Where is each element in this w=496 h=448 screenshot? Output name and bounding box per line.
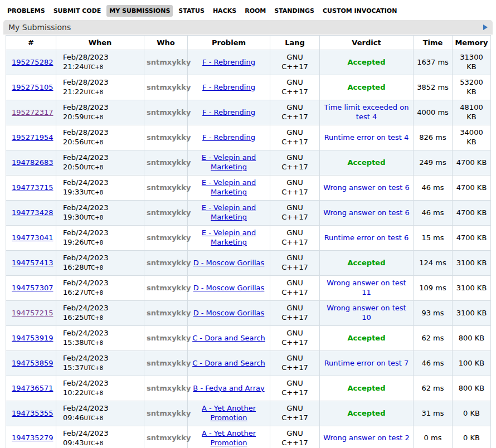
language-label: GNU C++17 — [280, 228, 310, 247]
submission-id-link[interactable]: 194782683 — [12, 158, 53, 167]
problem-link[interactable]: A - Yet Another Promotion — [202, 404, 256, 422]
submission-id-link[interactable]: 194773428 — [12, 208, 53, 217]
nav-item-standings[interactable]: STANDINGS — [271, 5, 317, 17]
problem-link[interactable]: A - Yet Another Promotion — [202, 429, 256, 447]
submission-id-link[interactable]: 195275105 — [12, 83, 53, 91]
submission-id-link[interactable]: 194757215 — [12, 309, 53, 317]
nav-item-hacks[interactable]: HACKS — [210, 5, 239, 17]
submission-date: Feb/24/2023 — [63, 404, 142, 413]
submission-id-link[interactable]: 194753919 — [12, 334, 53, 342]
memory-used: 4700 KB — [453, 176, 491, 201]
submission-id-link[interactable]: 194735279 — [12, 434, 53, 442]
submission-when: Feb/28/2023 20:56UTC+8 — [56, 125, 144, 150]
user-link[interactable]: sntmxykky — [147, 259, 191, 267]
submission-id-link[interactable]: 194753859 — [12, 359, 53, 367]
nav-item-my-submissions[interactable]: MY SUBMISSIONS — [106, 5, 173, 17]
submission-date: Feb/28/2023 — [63, 128, 142, 138]
problem-link[interactable]: C - Dora and Search — [192, 359, 265, 367]
problem-link[interactable]: D - Moscow Gorillas — [193, 284, 265, 292]
exec-time: 826 ms — [414, 125, 453, 150]
submission-timezone: UTC+8 — [84, 64, 103, 70]
submission-id-link[interactable]: 194757307 — [12, 284, 53, 292]
submission-id-link[interactable]: 195272317 — [12, 108, 53, 116]
user-link[interactable]: sntmxykky — [147, 409, 191, 417]
language-label: GNU C++17 — [280, 429, 310, 448]
column-header-id: # — [6, 36, 56, 50]
problem-link[interactable]: B - Fedya and Array — [193, 384, 264, 392]
verdict-label: Runtime error on test 6 — [324, 233, 409, 242]
verdict-label: Runtime error on test 4 — [324, 133, 409, 142]
user-link[interactable]: sntmxykky — [147, 83, 191, 91]
problem-link[interactable]: E - Velepin and Marketing — [202, 203, 256, 221]
user-link[interactable]: sntmxykky — [147, 284, 191, 292]
memory-used: 48100 KB — [453, 100, 491, 125]
submission-id-link[interactable]: 194773715 — [12, 183, 53, 192]
memory-used: 3100 KB — [453, 301, 491, 326]
submission-row: 195272317 Feb/28/2023 20:59UTC+8 sntmxyk… — [6, 100, 491, 125]
problem-link[interactable]: F - Rebrending — [202, 58, 255, 66]
problem-link[interactable]: E - Velepin and Marketing — [202, 228, 256, 246]
user-link[interactable]: sntmxykky — [147, 183, 191, 192]
verdict-label: Accepted — [348, 259, 386, 267]
user-link[interactable]: sntmxykky — [147, 233, 191, 242]
submission-date: Feb/24/2023 — [63, 203, 142, 213]
column-header-verdict: Verdict — [320, 36, 414, 50]
submission-when: Feb/24/2023 15:37UTC+8 — [56, 351, 144, 376]
submission-date: Feb/24/2023 — [63, 304, 142, 313]
table-header-row: #WhenWhoProblemLangVerdictTimeMemory — [6, 36, 491, 50]
exec-time: 124 ms — [414, 251, 453, 276]
submission-when: Feb/24/2023 20:50UTC+8 — [56, 150, 144, 176]
submission-date: Feb/24/2023 — [63, 178, 142, 188]
user-link[interactable]: sntmxykky — [147, 334, 191, 342]
exec-time: 3852 ms — [414, 75, 453, 100]
problem-link[interactable]: F - Rebrending — [202, 133, 255, 142]
user-link[interactable]: sntmxykky — [147, 359, 191, 367]
user-link[interactable]: sntmxykky — [147, 384, 191, 392]
user-link[interactable]: sntmxykky — [147, 208, 191, 217]
nav-item-custom-invocation[interactable]: CUSTOM INVOCATION — [320, 5, 400, 17]
verdict-label: Accepted — [348, 58, 386, 66]
language-label: GNU C++17 — [280, 128, 310, 147]
language-label: GNU C++17 — [280, 379, 310, 398]
user-link[interactable]: sntmxykky — [147, 133, 191, 142]
problem-link[interactable]: D - Moscow Gorillas — [193, 259, 265, 267]
nav-item-room[interactable]: ROOM — [242, 5, 269, 17]
user-link[interactable]: sntmxykky — [147, 158, 191, 167]
submission-row: 194757215 Feb/24/2023 16:25UTC+8 sntmxyk… — [6, 301, 491, 326]
submission-id-link[interactable]: 195275282 — [12, 58, 53, 66]
submission-timezone: UTC+8 — [84, 240, 103, 246]
submission-row: 194782683 Feb/24/2023 20:50UTC+8 sntmxyk… — [6, 150, 491, 176]
nav-item-status[interactable]: STATUS — [176, 5, 207, 17]
submission-id-link[interactable]: 194773041 — [12, 233, 53, 242]
problem-link[interactable]: E - Velepin and Marketing — [202, 178, 256, 196]
submission-id-link[interactable]: 194735355 — [12, 409, 53, 417]
submission-id-link[interactable]: 194757413 — [12, 259, 53, 267]
user-link[interactable]: sntmxykky — [147, 309, 191, 317]
memory-used: 31300 KB — [453, 50, 491, 75]
user-link[interactable]: sntmxykky — [147, 434, 191, 442]
submission-date: Feb/24/2023 — [63, 429, 142, 439]
submission-id-link[interactable]: 195271954 — [12, 133, 53, 142]
memory-used: 800 KB — [453, 376, 491, 401]
problem-link[interactable]: F - Rebrending — [202, 108, 255, 116]
problem-link[interactable]: E - Velepin and Marketing — [202, 153, 256, 171]
submission-id-link[interactable]: 194736571 — [12, 384, 53, 392]
submission-time: 20:50 — [63, 163, 84, 171]
language-label: GNU C++17 — [280, 404, 310, 423]
exec-time: 46 ms — [414, 201, 453, 226]
problem-link[interactable]: F - Rebrending — [202, 83, 255, 91]
problem-link[interactable]: C - Dora and Search — [192, 334, 265, 342]
language-label: GNU C++17 — [280, 354, 310, 373]
expand-filter-arrow-icon[interactable] — [483, 25, 488, 30]
language-label: GNU C++17 — [280, 279, 310, 298]
column-header-when: When — [56, 36, 144, 50]
user-link[interactable]: sntmxykky — [147, 108, 191, 116]
nav-item-problems[interactable]: PROBLEMS — [4, 5, 48, 17]
submission-time: 09:43 — [63, 439, 84, 447]
submission-date: Feb/24/2023 — [63, 153, 142, 163]
problem-link[interactable]: D - Moscow Gorillas — [193, 309, 265, 317]
submission-timezone: UTC+8 — [84, 415, 103, 421]
nav-item-submit-code[interactable]: SUBMIT CODE — [51, 5, 104, 17]
user-link[interactable]: sntmxykky — [147, 58, 191, 66]
submission-row: 194753859 Feb/24/2023 15:37UTC+8 sntmxyk… — [6, 351, 491, 376]
